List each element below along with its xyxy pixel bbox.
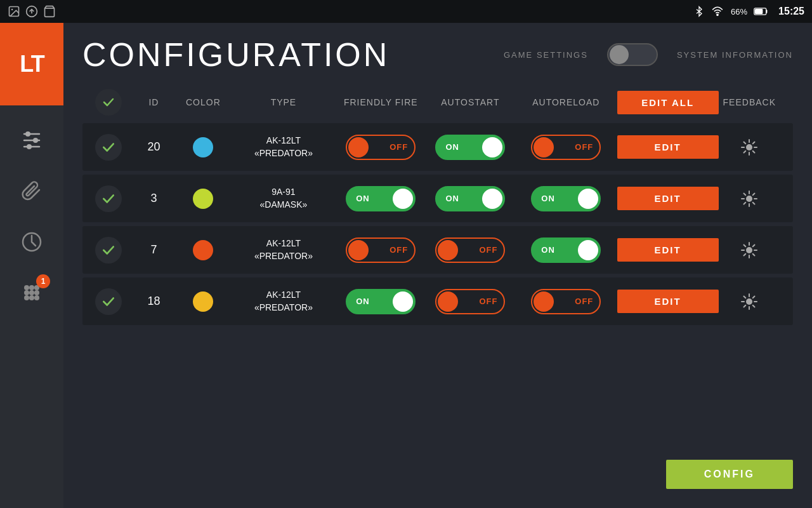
row-autostart-col: ON (426, 135, 515, 160)
row-id: 20 (132, 140, 175, 154)
status-bar-right: 66% 15:25 (694, 5, 804, 18)
row-device-name: AK-12LT«PREDATOR» (231, 135, 336, 159)
toggle-off[interactable]: OFF (346, 237, 416, 263)
svg-line-49 (753, 244, 755, 246)
toggle-label: OFF (390, 142, 408, 152)
svg-line-40 (753, 193, 755, 195)
toggle-knob (578, 240, 598, 260)
row-check[interactable] (95, 134, 122, 161)
edit-all-button[interactable]: EDIT ALL (617, 91, 719, 114)
row-color-col (176, 291, 232, 312)
toggle-off[interactable]: OFF (346, 135, 416, 160)
toggle-on[interactable]: ON (531, 237, 601, 263)
row-autoreload-col: OFF (515, 135, 617, 160)
brightness-icon[interactable] (740, 190, 758, 208)
row-id: 7 (132, 243, 175, 257)
brightness-icon[interactable] (740, 241, 758, 259)
toggle-knob (348, 240, 369, 260)
toggle-label: ON (445, 194, 459, 203)
logo-text: LT (20, 51, 43, 77)
svg-line-29 (744, 142, 746, 144)
sidebar-item-clips[interactable] (16, 175, 48, 207)
svg-point-33 (746, 196, 752, 202)
row-ff-col: OFF (336, 237, 426, 263)
row-check-col (95, 134, 132, 161)
svg-rect-7 (756, 10, 763, 14)
header-type: TYPE (231, 97, 336, 107)
header-edit: EDIT ALL (617, 91, 719, 114)
svg-line-30 (753, 150, 755, 152)
table-row: 7 AK-12LT«PREDATOR» OFF OFF ON EDIT (82, 226, 793, 274)
row-autostart-col: OFF (426, 237, 515, 263)
row-ff-col: OFF (336, 135, 426, 160)
sidebar: LT (0, 23, 63, 508)
svg-point-16 (29, 285, 34, 290)
bluetooth-icon (694, 5, 704, 18)
table-body: 20 AK-12LT«PREDATOR» OFF ON OFF EDIT (82, 123, 793, 325)
toggle-knob (610, 45, 629, 64)
toggle-label: OFF (390, 245, 408, 255)
toggle-on[interactable]: ON (531, 186, 601, 211)
row-id: 18 (132, 295, 175, 308)
row-check[interactable] (95, 237, 122, 264)
header-feedback: FEEDBACK (719, 97, 780, 107)
toggle-on[interactable]: ON (346, 289, 416, 314)
toggle-on[interactable]: ON (435, 135, 505, 160)
brightness-icon[interactable] (740, 138, 758, 156)
sidebar-item-stats[interactable] (16, 226, 48, 258)
page-header: CONFIGURATION GAME SETTINGS SYSTEM INFOR… (82, 36, 793, 74)
bag-icon (43, 5, 56, 18)
toggle-label: ON (541, 245, 555, 255)
brightness-icon[interactable] (740, 293, 758, 311)
toggle-off[interactable]: OFF (435, 237, 505, 263)
row-check[interactable] (95, 288, 122, 315)
sidebar-item-configuration[interactable] (16, 124, 48, 156)
edit-button[interactable]: EDIT (617, 238, 719, 262)
row-autoreload-col: ON (515, 237, 617, 263)
edit-button[interactable]: EDIT (617, 135, 719, 159)
edit-button[interactable]: EDIT (617, 290, 719, 313)
table-row: 18 AK-12LT«PREDATOR» ON OFF OFF EDIT (82, 277, 793, 325)
check-icon (101, 243, 116, 258)
toggle-label: OFF (575, 297, 593, 306)
config-button[interactable]: CONFIG (666, 460, 793, 489)
sidebar-item-grid[interactable]: 1 (16, 277, 48, 309)
svg-line-50 (744, 253, 746, 255)
toggle-off[interactable]: OFF (531, 289, 601, 314)
edit-button[interactable]: EDIT (617, 187, 719, 210)
toggle-on[interactable]: ON (435, 186, 505, 211)
logo[interactable]: LT (0, 23, 63, 105)
row-check[interactable] (95, 185, 122, 212)
header-check (95, 89, 132, 116)
row-feedback-col (719, 293, 780, 311)
row-id: 3 (132, 192, 175, 205)
row-feedback-col (719, 190, 780, 208)
svg-point-19 (29, 290, 34, 295)
svg-point-21 (24, 295, 29, 300)
header-right: GAME SETTINGS SYSTEM INFORMATION (504, 43, 793, 66)
row-feedback-col (719, 241, 780, 259)
gallery-icon (8, 5, 20, 18)
toggle-label: ON (445, 142, 459, 152)
svg-point-42 (746, 247, 752, 253)
check-icon (101, 140, 116, 155)
clock-icon (20, 231, 43, 253)
svg-point-5 (717, 14, 718, 15)
header-ff: FRIENDLY FIRE (336, 97, 426, 107)
game-settings-toggle[interactable] (607, 43, 658, 66)
svg-point-24 (746, 144, 752, 150)
paperclip-icon (20, 180, 43, 203)
toggle-knob (534, 291, 554, 312)
toggle-knob (438, 291, 458, 312)
svg-line-41 (744, 202, 746, 204)
toggle-off[interactable]: OFF (435, 289, 505, 314)
toggle-on[interactable]: ON (346, 186, 416, 211)
sliders-icon (19, 128, 44, 153)
toggle-label: ON (356, 297, 370, 306)
header-check-circle[interactable] (95, 89, 122, 116)
color-dot (193, 291, 213, 312)
row-edit-col: EDIT (617, 135, 719, 159)
toggle-off[interactable]: OFF (531, 135, 601, 160)
svg-point-51 (746, 298, 752, 305)
toggle-label: OFF (575, 142, 593, 152)
